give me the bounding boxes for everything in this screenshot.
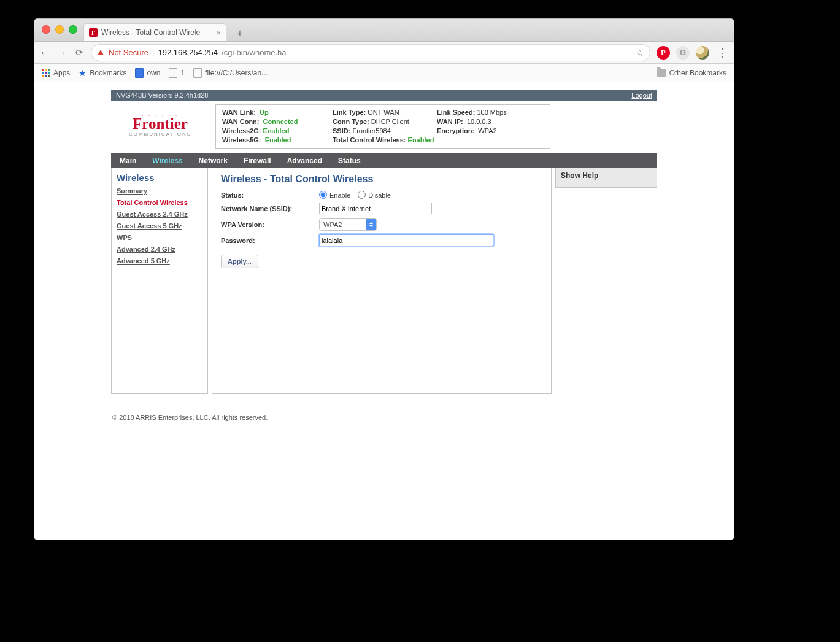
sidebar-item-adv-24[interactable]: Advanced 2.4 GHz xyxy=(117,246,202,253)
nav-status[interactable]: Status xyxy=(338,157,361,165)
bookmark-own[interactable]: own xyxy=(135,68,160,78)
select-arrows-icon xyxy=(366,219,376,230)
bookmark-file[interactable]: file:///C:/Users/an... xyxy=(193,68,268,78)
security-warning-icon xyxy=(98,50,104,55)
bookmark-label: 1 xyxy=(180,69,185,77)
logo-subtext: COMMUNICATIONS xyxy=(129,131,191,137)
star-icon: ★ xyxy=(79,68,87,78)
status-summary: WAN Link: Up Link Type: ONT WAN Link Spe… xyxy=(215,104,550,149)
page-footer: © 2018 ARRIS Enterprises, LLC. All right… xyxy=(112,414,657,421)
bookmarks-bar: Apps ★ Bookmarks own 1 file:///C:/Users/… xyxy=(34,64,734,83)
security-status: Not Secure xyxy=(109,48,148,57)
sidebar-item-adv-5[interactable]: Advanced 5 GHz xyxy=(117,257,202,265)
wpa-version-select[interactable]: WPA2 xyxy=(319,218,377,231)
tcw-label: Total Control Wireless: xyxy=(333,136,406,144)
apps-label: Apps xyxy=(53,69,70,77)
bookmark-1[interactable]: 1 xyxy=(169,68,185,78)
tab-title: Wireless - Total Control Wirele xyxy=(101,28,212,37)
nav-forward-icon[interactable]: → xyxy=(56,47,67,59)
encryption-label: Encryption: xyxy=(437,127,474,134)
nav-main[interactable]: Main xyxy=(120,157,136,165)
bookmark-label: Bookmarks xyxy=(90,69,126,77)
main-nav: Main Wireless Network Firewall Advanced … xyxy=(111,153,657,168)
wan-conn-value: Connected xyxy=(263,118,298,125)
profile-avatar-icon[interactable] xyxy=(696,46,709,60)
folder-icon xyxy=(657,69,666,77)
wan-ip-label: WAN IP: xyxy=(437,118,463,125)
nav-network[interactable]: Network xyxy=(199,157,228,165)
frontier-logo: · · · · · · Frontier COMMUNICATIONS xyxy=(111,104,209,145)
status-disable-radio[interactable] xyxy=(358,191,366,199)
logout-link[interactable]: Logout xyxy=(631,90,652,101)
bookmark-label: file:///C:/Users/an... xyxy=(205,69,268,77)
nav-advanced[interactable]: Advanced xyxy=(287,157,322,165)
wan-ip-value: 10.0.0.3 xyxy=(467,118,491,125)
nav-firewall[interactable]: Firewall xyxy=(244,157,271,165)
sidebar-item-total-control-wireless[interactable]: Total Control Wireless xyxy=(117,199,202,206)
sidebar-title: Wireless xyxy=(117,172,202,183)
ssid-label: SSID: xyxy=(333,127,350,134)
other-bookmarks[interactable]: Other Bookmarks xyxy=(657,69,726,77)
wireless5g-value: Enabled xyxy=(265,136,291,144)
bookmark-label: Other Bookmarks xyxy=(669,69,726,77)
logo-text: Frontier xyxy=(133,116,188,131)
wireless5g-label: Wireless5G: xyxy=(222,136,261,144)
status-enable-radio[interactable] xyxy=(319,191,327,199)
browser-menu-icon[interactable]: ⋮ xyxy=(715,46,729,60)
ssid-input[interactable] xyxy=(319,203,432,214)
bookmark-label: own xyxy=(147,69,160,77)
window-controls xyxy=(42,25,77,34)
status-field-label: Status: xyxy=(221,191,319,199)
sidebar-item-guest-5[interactable]: Guest Access 5 GHz xyxy=(117,222,202,230)
sidebar-item-summary[interactable]: Summary xyxy=(117,187,202,195)
page-content: NVG443B Version: 9.2.4h1d28 Logout · · ·… xyxy=(34,82,734,540)
new-tab-button[interactable]: + xyxy=(231,25,249,41)
tab-strip: F Wireless - Total Control Wirele × + xyxy=(34,19,734,42)
wan-link-value: Up xyxy=(260,109,269,116)
tab-close-icon[interactable]: × xyxy=(216,28,221,37)
wireless2g-value: Enabled xyxy=(263,127,290,134)
nav-wireless[interactable]: Wireless xyxy=(152,157,182,165)
help-panel: Show Help xyxy=(555,168,657,188)
status-disable-label: Disable xyxy=(368,191,391,199)
sidebar-item-guest-24[interactable]: Guest Access 2.4 GHz xyxy=(117,211,202,218)
browser-tab[interactable]: F Wireless - Total Control Wirele × xyxy=(83,23,226,41)
extension-g-icon[interactable]: G xyxy=(676,46,690,60)
doc-icon xyxy=(169,68,177,78)
url-path: /cgi-bin/whome.ha xyxy=(222,48,287,57)
address-bar[interactable]: Not Secure | 192.168.254.254/cgi-bin/who… xyxy=(91,44,650,61)
tcw-value: Enabled xyxy=(408,136,434,144)
firmware-version: NVG443B Version: 9.2.4h1d28 xyxy=(116,90,208,101)
version-bar: NVG443B Version: 9.2.4h1d28 Logout xyxy=(111,90,657,101)
apply-button[interactable]: Apply... xyxy=(221,255,258,268)
apps-shortcut[interactable]: Apps xyxy=(42,69,70,77)
conn-type-value: DHCP Client xyxy=(371,118,409,125)
extension-pinterest-icon[interactable]: P xyxy=(657,46,670,60)
wireless-sidebar: Wireless Summary Total Control Wireless … xyxy=(111,168,208,394)
link-speed-value: 100 Mbps xyxy=(477,109,506,116)
wan-conn-label: WAN Conn: xyxy=(222,118,259,125)
main-panel: Wireless - Total Control Wireless Status… xyxy=(212,168,552,394)
password-input[interactable] xyxy=(319,234,493,246)
encryption-value: WPA2 xyxy=(478,127,496,134)
wpa-field-label: WPA Version: xyxy=(221,221,319,228)
nav-reload-icon[interactable]: ⟳ xyxy=(74,47,85,58)
browser-toolbar: ← → ⟳ Not Secure | 192.168.254.254/cgi-b… xyxy=(34,42,734,64)
show-help-link[interactable]: Show Help xyxy=(561,171,598,180)
browser-window: F Wireless - Total Control Wirele × + ← … xyxy=(34,18,734,540)
sidebar-item-wps[interactable]: WPS xyxy=(117,234,202,241)
nav-back-icon[interactable]: ← xyxy=(39,47,50,59)
page-title: Wireless - Total Control Wireless xyxy=(221,174,542,185)
link-type-label: Link Type: xyxy=(333,109,366,116)
conn-type-label: Conn Type: xyxy=(333,118,369,125)
url-host: 192.168.254.254 xyxy=(158,48,218,57)
bookmark-bookmarks[interactable]: ★ Bookmarks xyxy=(79,68,126,78)
minimize-window-button[interactable] xyxy=(55,25,64,34)
bookmark-star-icon[interactable]: ☆ xyxy=(636,47,644,58)
doc-icon xyxy=(193,68,202,78)
password-field-label: Password: xyxy=(221,237,319,244)
maximize-window-button[interactable] xyxy=(69,25,77,34)
tab-favicon-icon: F xyxy=(89,28,98,37)
close-window-button[interactable] xyxy=(42,25,50,34)
wan-link-label: WAN Link: xyxy=(222,109,256,116)
